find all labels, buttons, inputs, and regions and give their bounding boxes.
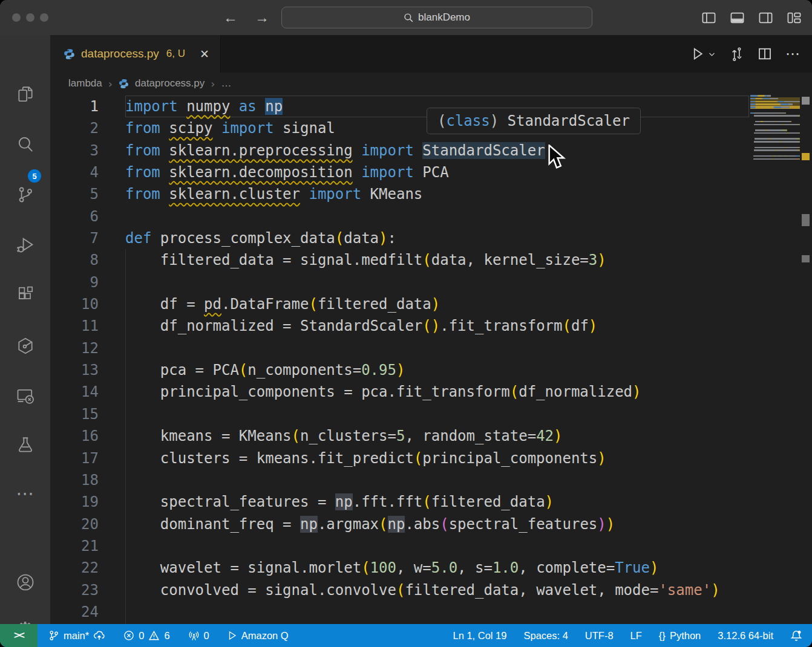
remote-indicator[interactable]: >< <box>0 624 38 647</box>
breadcrumb-file[interactable]: dataprocess.py <box>135 77 205 89</box>
line-number[interactable]: 23 <box>50 579 125 601</box>
code-line-text: from sklearn.preprocessing import Standa… <box>125 140 749 161</box>
minimap[interactable] <box>750 94 800 163</box>
ports-status[interactable]: 0 <box>188 630 209 642</box>
close-window-button[interactable] <box>12 13 21 22</box>
line-number[interactable]: 21 <box>50 535 125 557</box>
tab-dataprocess-py[interactable]: dataprocess.py 6, U ✕ <box>50 35 221 73</box>
explorer-icon[interactable] <box>0 85 50 104</box>
line-number[interactable]: 13 <box>50 359 125 381</box>
line-number[interactable]: 9 <box>50 271 125 293</box>
line-number[interactable]: 24 <box>50 601 125 623</box>
toggle-primary-sidebar-icon[interactable] <box>702 11 716 25</box>
minimize-window-button[interactable] <box>26 13 34 22</box>
breadcrumb-folder[interactable]: lambda <box>68 77 102 89</box>
code-line[interactable]: 17 clusters = kmeans.fit_predict(princip… <box>50 447 812 469</box>
line-number[interactable]: 3 <box>50 140 125 161</box>
eol-status[interactable]: LF <box>630 630 642 642</box>
code-line[interactable]: 5from sklearn.cluster import KMeans <box>50 183 812 205</box>
language-mode[interactable]: {}Python <box>659 630 701 642</box>
code-line[interactable]: 3from sklearn.preprocessing import Stand… <box>50 140 812 161</box>
code-line[interactable]: 20 dominant_freq = np.argmax(np.abs(spec… <box>50 513 812 535</box>
line-number[interactable]: 14 <box>50 381 125 403</box>
line-number[interactable]: 19 <box>50 491 125 513</box>
indentation-status[interactable]: Spaces: 4 <box>523 630 568 642</box>
toggle-panel-icon[interactable] <box>730 11 744 25</box>
code-line-text: df_normalized = StandardScaler().fit_tra… <box>125 315 749 337</box>
chevron-down-icon <box>708 50 716 58</box>
run-python-file-button[interactable] <box>690 47 716 61</box>
code-line[interactable]: 10 df = pd.DataFrame(filtered_data) <box>50 293 812 315</box>
tab-close-icon[interactable]: ✕ <box>200 47 209 60</box>
code-line[interactable]: 7def process_complex_data(data): <box>50 227 812 249</box>
toggle-secondary-sidebar-icon[interactable] <box>759 11 773 25</box>
more-actions-icon[interactable]: ⋯ <box>785 45 800 62</box>
code-line[interactable]: 12 <box>50 337 812 359</box>
command-center-search[interactable]: blankDemo <box>281 7 592 28</box>
customize-layout-icon[interactable] <box>787 11 801 25</box>
git-branch-status[interactable]: main* <box>48 629 105 642</box>
code-lines: 1import numpy as np2from scipy import si… <box>50 96 812 624</box>
search-sidebar-icon[interactable] <box>0 135 50 154</box>
more-views-icon[interactable]: ⋯ <box>0 483 50 504</box>
line-number[interactable]: 1 <box>50 96 125 117</box>
line-number[interactable]: 17 <box>50 447 125 469</box>
line-number[interactable]: 18 <box>50 469 125 491</box>
line-number[interactable]: 22 <box>50 557 125 579</box>
problems-status[interactable]: 0 6 <box>123 630 169 642</box>
breadcrumb-separator: › <box>108 77 113 90</box>
extensions-icon[interactable] <box>0 285 50 305</box>
code-line[interactable]: 6 <box>50 206 812 227</box>
code-line[interactable]: 11 df_normalized = StandardScaler().fit_… <box>50 315 812 337</box>
git-branch-icon <box>48 630 59 641</box>
code-line[interactable]: 8 filtered_data = signal.medfilt(data, k… <box>50 249 812 271</box>
code-line[interactable]: 23 convolved = signal.convolve(filtered_… <box>50 579 812 601</box>
testing-icon[interactable] <box>0 435 50 455</box>
line-number[interactable]: 4 <box>50 161 125 183</box>
source-control-icon[interactable] <box>0 185 50 204</box>
hexagon-extension-icon[interactable] <box>0 336 50 356</box>
window-controls[interactable] <box>12 13 48 22</box>
zoom-window-button[interactable] <box>40 13 48 22</box>
code-line[interactable]: 18 <box>50 469 812 491</box>
line-number[interactable]: 8 <box>50 249 125 271</box>
code-line-text: principal_components = pca.fit_transform… <box>125 381 749 403</box>
amazon-q-status[interactable]: Amazon Q <box>228 630 289 642</box>
code-line[interactable]: 15 <box>50 403 812 425</box>
python-interpreter[interactable]: 3.12.6 64-bit <box>718 630 773 642</box>
code-line[interactable]: 16 kmeans = KMeans(n_clusters=5, random_… <box>50 425 812 447</box>
code-line[interactable]: 14 principal_components = pca.fit_transf… <box>50 381 812 403</box>
encoding-status[interactable]: UTF-8 <box>585 630 614 642</box>
code-line[interactable]: 19 spectral_features = np.fft.fft(filter… <box>50 491 812 513</box>
code-editor[interactable]: 1import numpy as np2from scipy import si… <box>50 94 812 624</box>
forward-button[interactable]: → <box>254 9 270 26</box>
line-number[interactable]: 5 <box>50 183 125 205</box>
code-line[interactable]: 4from sklearn.decomposition import PCA <box>50 161 812 183</box>
cursor-position[interactable]: Ln 1, Col 19 <box>453 630 506 642</box>
open-changes-icon[interactable] <box>729 47 744 62</box>
line-number[interactable]: 11 <box>50 315 125 337</box>
code-line[interactable]: 21 <box>50 535 812 557</box>
code-line[interactable]: 24 <box>50 601 812 623</box>
line-number[interactable]: 20 <box>50 513 125 535</box>
warnings-icon <box>148 630 160 642</box>
back-button[interactable]: ← <box>223 9 238 26</box>
overview-ruler[interactable] <box>800 94 812 624</box>
run-debug-icon[interactable] <box>0 235 50 255</box>
line-number[interactable]: 6 <box>50 206 125 227</box>
code-line[interactable]: 9 <box>50 271 812 293</box>
breadcrumb-symbol-more[interactable]: … <box>221 77 231 89</box>
remote-explorer-icon[interactable] <box>0 386 50 406</box>
line-number[interactable]: 10 <box>50 293 125 315</box>
breadcrumb-separator: › <box>211 77 215 90</box>
code-line[interactable]: 13 pca = PCA(n_components=0.95) <box>50 359 812 381</box>
line-number[interactable]: 16 <box>50 425 125 447</box>
line-number[interactable]: 12 <box>50 337 125 359</box>
line-number[interactable]: 7 <box>50 227 125 249</box>
line-number[interactable]: 15 <box>50 403 125 425</box>
notifications-bell[interactable] <box>790 629 802 642</box>
account-icon[interactable] <box>0 572 50 593</box>
code-line[interactable]: 22 wavelet = signal.morlet(100, w=5.0, s… <box>50 557 812 579</box>
line-number[interactable]: 2 <box>50 117 125 139</box>
split-editor-icon[interactable] <box>758 47 772 61</box>
